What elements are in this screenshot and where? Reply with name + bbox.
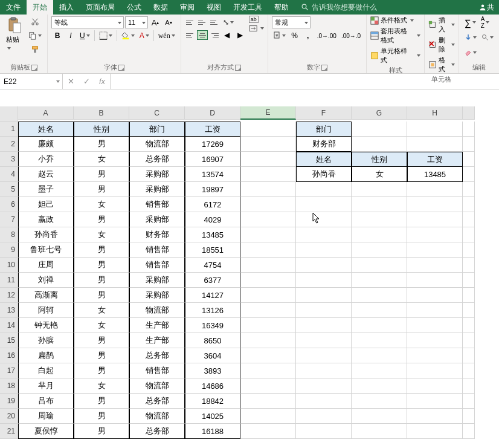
row-header-12[interactable]: 12 <box>0 288 18 303</box>
cell-18[interactable] <box>463 378 475 394</box>
row-header-5[interactable]: 5 <box>0 182 18 197</box>
cell-G4[interactable]: 女 <box>352 167 407 182</box>
cell-F17[interactable] <box>296 363 352 378</box>
row-header-13[interactable]: 13 <box>0 303 18 318</box>
row-header-2[interactable]: 2 <box>0 137 18 152</box>
cell-G21[interactable] <box>352 424 407 439</box>
cell-A12[interactable]: 高渐离 <box>18 288 74 303</box>
indent-left-button[interactable]: ◀ <box>221 29 233 41</box>
cell-8[interactable] <box>463 227 475 242</box>
row-header-18[interactable]: 18 <box>0 378 18 394</box>
cell-D15[interactable]: 8650 <box>185 333 240 348</box>
cell-D20[interactable]: 14025 <box>185 409 240 424</box>
cell-A14[interactable]: 钟无艳 <box>18 318 74 333</box>
cell-12[interactable] <box>463 288 475 303</box>
cell-F21[interactable] <box>296 424 352 439</box>
cell-H19[interactable] <box>407 394 463 409</box>
cell-A1[interactable]: 姓名 <box>18 122 74 137</box>
cell-F13[interactable] <box>296 303 352 318</box>
border-button[interactable] <box>97 30 114 42</box>
number-launcher[interactable] <box>321 65 327 71</box>
cell-F16[interactable] <box>296 348 352 363</box>
cell-G9[interactable] <box>352 242 407 258</box>
cell-A19[interactable]: 吕布 <box>18 394 74 409</box>
align-middle-button[interactable] <box>197 18 208 27</box>
share-button[interactable]: 共 <box>474 0 499 15</box>
font-color-button[interactable]: A <box>138 30 151 42</box>
cell-H14[interactable] <box>407 318 463 333</box>
cell-F3[interactable]: 姓名 <box>296 152 352 167</box>
cell-B8[interactable]: 女 <box>74 227 129 242</box>
cell-D1[interactable]: 工资 <box>185 122 240 137</box>
cell-C13[interactable]: 物流部 <box>129 303 185 318</box>
cell-C19[interactable]: 总务部 <box>129 394 185 409</box>
cell-E13[interactable] <box>240 303 296 318</box>
cell-F7[interactable] <box>296 212 352 227</box>
cell-F9[interactable] <box>296 242 352 258</box>
cell-G5[interactable] <box>352 182 407 197</box>
formula-input[interactable] <box>111 74 499 89</box>
cell-C7[interactable]: 采购部 <box>129 212 185 227</box>
cell-E12[interactable] <box>240 288 296 303</box>
column-header-C[interactable]: C <box>129 106 185 120</box>
cell-A17[interactable]: 白起 <box>18 363 74 378</box>
tab-developer[interactable]: 开发工具 <box>227 0 268 15</box>
cell-E15[interactable] <box>240 333 296 348</box>
underline-button[interactable]: U <box>78 30 92 42</box>
align-bottom-button[interactable] <box>209 18 220 27</box>
cell-A10[interactable]: 庄周 <box>18 258 74 273</box>
cell-F14[interactable] <box>296 318 352 333</box>
cell-7[interactable] <box>463 212 475 227</box>
align-top-button[interactable] <box>185 18 196 27</box>
cell-2[interactable] <box>463 137 475 152</box>
cell-G8[interactable] <box>352 227 407 242</box>
row-header-3[interactable]: 3 <box>0 152 18 167</box>
find-button[interactable] <box>480 31 495 44</box>
cell-A15[interactable]: 孙膑 <box>18 333 74 348</box>
fill-color-button[interactable] <box>120 30 137 42</box>
row-header-11[interactable]: 11 <box>0 273 18 288</box>
paste-button[interactable]: 粘贴 <box>4 16 25 56</box>
cell-H13[interactable] <box>407 303 463 318</box>
cell-G11[interactable] <box>352 273 407 288</box>
cell-E2[interactable] <box>240 137 296 152</box>
cell-E9[interactable] <box>240 242 296 258</box>
cell-E7[interactable] <box>240 212 296 227</box>
row-header-1[interactable]: 1 <box>0 122 18 137</box>
cell-H7[interactable] <box>407 212 463 227</box>
cell-H4[interactable]: 13485 <box>407 167 463 182</box>
cell-B11[interactable]: 男 <box>74 273 129 288</box>
cell-14[interactable] <box>463 318 475 333</box>
tab-review[interactable]: 审阅 <box>174 0 201 15</box>
cell-G16[interactable] <box>352 348 407 363</box>
cell-B13[interactable]: 女 <box>74 303 129 318</box>
fill-button[interactable] <box>463 31 478 44</box>
cell-B9[interactable]: 男 <box>74 242 129 258</box>
cell-5[interactable] <box>463 182 475 197</box>
cell-F20[interactable] <box>296 409 352 424</box>
cancel-formula-button[interactable]: ✕ <box>63 76 79 88</box>
cell-F4[interactable]: 孙尚香 <box>296 167 352 182</box>
decrease-decimal-button[interactable]: .00→.0 <box>340 30 362 42</box>
cell-C21[interactable]: 总务部 <box>129 424 185 439</box>
cell-E5[interactable] <box>240 182 296 197</box>
column-header-G[interactable]: G <box>352 106 407 120</box>
row-header-6[interactable]: 6 <box>0 197 18 212</box>
row-header-8[interactable]: 8 <box>0 227 18 242</box>
cell-A5[interactable]: 墨子 <box>18 182 74 197</box>
cell-B21[interactable]: 男 <box>74 424 129 439</box>
cell-H10[interactable] <box>407 258 463 273</box>
cell-C11[interactable]: 采购部 <box>129 273 185 288</box>
cell-G13[interactable] <box>352 303 407 318</box>
row-header-21[interactable]: 21 <box>0 424 18 439</box>
tab-formulas[interactable]: 公式 <box>121 0 147 15</box>
cell-3[interactable] <box>463 152 475 167</box>
phonetic-button[interactable]: wén <box>156 30 177 42</box>
conditional-format-button[interactable]: 条件格式 <box>370 16 420 25</box>
cell-H18[interactable] <box>407 378 463 394</box>
cell-21[interactable] <box>463 424 475 439</box>
cell-1[interactable] <box>463 122 475 137</box>
cell-C16[interactable]: 总务部 <box>129 348 185 363</box>
row-header-20[interactable]: 20 <box>0 409 18 424</box>
align-center-button[interactable] <box>197 30 208 40</box>
